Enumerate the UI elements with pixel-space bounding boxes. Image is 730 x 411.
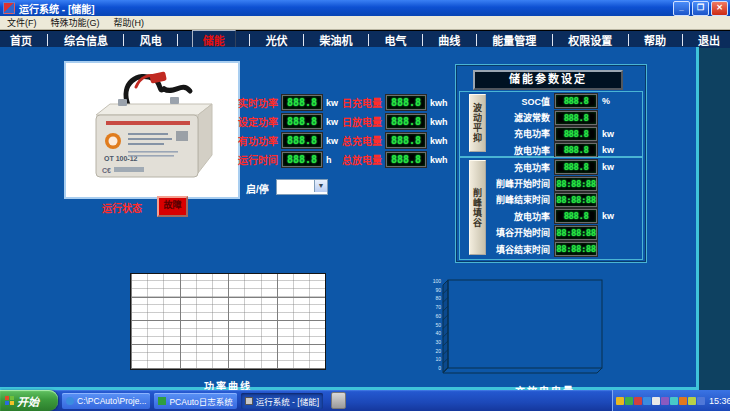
tray-icon[interactable] xyxy=(661,397,669,405)
led-display-peak-start-time: 88:88:88 xyxy=(555,177,597,191)
nav-help[interactable]: 帮助 xyxy=(642,32,668,48)
nav-separator xyxy=(476,34,477,46)
run-app-icon xyxy=(245,397,253,405)
screen: 运行系统 - [储能] _ ❐ ✕ 文件(F) 特殊功能(G) 帮助(H) 首页… xyxy=(0,0,730,411)
battery-image: OT 100-12 C€ xyxy=(64,61,240,199)
group-rows: 充电功率 888.8 kw 削峰开始时间 88:88:88 削峰结束时间 88:… xyxy=(488,159,622,257)
y-tick: 100 xyxy=(433,278,442,284)
main-content: OT 100-12 C€ 运行状态 故障 实时功率 888.8 kw 设定功率 … xyxy=(0,47,699,390)
nav-overview[interactable]: 综合信息 xyxy=(62,32,110,48)
tray-icon[interactable] xyxy=(688,397,696,405)
y-tick: 90 xyxy=(435,287,441,293)
group-side-label-fluctuation[interactable]: 波动平抑 xyxy=(469,94,486,152)
nav-separator xyxy=(249,34,250,46)
tray-icon[interactable] xyxy=(643,397,651,405)
settings-unit: kw xyxy=(602,129,622,139)
group-side-label-peak-shaving[interactable]: 削峰填谷 xyxy=(469,160,486,255)
nav-energy-management[interactable]: 能量管理 xyxy=(490,32,538,48)
task-label: C:\PCAuto\Proje... xyxy=(77,396,146,406)
nav-separator xyxy=(628,34,629,46)
title-bar: 运行系统 - [储能] _ ❐ ✕ xyxy=(0,0,730,16)
start-button[interactable]: 开始 xyxy=(0,390,58,411)
task-label: PCAuto日志系统 xyxy=(169,395,232,407)
metric-row: 设定功率 888.8 kw xyxy=(234,112,352,131)
metric-row: 日放电量 888.8 kwh xyxy=(338,112,456,131)
nav-wind[interactable]: 风电 xyxy=(138,32,164,48)
nav-electrical[interactable]: 电气 xyxy=(382,32,408,48)
metric-label: 总放电量 xyxy=(338,152,382,167)
metric-unit: kwh xyxy=(430,98,456,108)
led-display-peak-charge-power: 888.8 xyxy=(555,160,597,174)
log-app-icon xyxy=(158,397,166,405)
tray-icon[interactable] xyxy=(625,397,633,405)
minimize-button[interactable]: _ xyxy=(673,1,690,16)
system-tray: 15:36 xyxy=(612,390,730,411)
nav-separator xyxy=(47,34,48,46)
taskbar-task-explorer[interactable]: C:\PCAuto\Proje... xyxy=(62,393,150,409)
tray-icon[interactable] xyxy=(652,397,660,405)
led-display-valley-discharge-power: 888.8 xyxy=(555,209,597,223)
led-display-realtime-power: 888.8 xyxy=(282,95,322,110)
group-rows: SOC值 888.8 % 滤波常数 888.8 充电功率 888.8 kw xyxy=(488,93,622,159)
ie-icon xyxy=(66,397,74,405)
led-display-daily-charge: 888.8 xyxy=(386,95,426,110)
settings-row: 填谷开始时间 88:88:88 xyxy=(488,225,622,241)
chevron-down-icon[interactable]: ▼ xyxy=(314,180,327,192)
settings-label: 放电功率 xyxy=(488,210,550,223)
nav-diesel[interactable]: 柴油机 xyxy=(318,32,355,48)
tray-icon[interactable] xyxy=(697,397,705,405)
menu-special-functions[interactable]: 特殊功能(G) xyxy=(44,16,107,29)
metric-unit: kwh xyxy=(430,117,456,127)
led-display-active-power: 888.8 xyxy=(282,133,322,148)
settings-unit: % xyxy=(602,96,622,106)
nav-home[interactable]: 首页 xyxy=(8,32,34,48)
metric-row: 运行时间 888.8 h xyxy=(234,150,352,169)
metric-unit: kwh xyxy=(430,136,456,146)
led-display-valley-start-time: 88:88:88 xyxy=(555,226,597,240)
menu-help[interactable]: 帮助(H) xyxy=(107,16,152,29)
y-tick: 80 xyxy=(435,295,441,301)
metric-row: 日充电量 888.8 kwh xyxy=(338,93,456,112)
windows-logo-icon xyxy=(5,396,14,405)
settings-row: 充电功率 888.8 kw xyxy=(488,159,622,175)
y-tick: 20 xyxy=(435,348,441,354)
settings-row: 放电功率 888.8 kw xyxy=(488,208,622,224)
led-display-total-charge: 888.8 xyxy=(386,133,426,148)
show-desktop-icon[interactable] xyxy=(331,392,346,409)
app-icon xyxy=(3,2,15,14)
taskbar-task-run-system[interactable]: 运行系统 - [储能] xyxy=(241,393,323,409)
y-tick: 10 xyxy=(435,356,441,362)
close-button[interactable]: ✕ xyxy=(711,1,728,16)
nav-curves[interactable]: 曲线 xyxy=(436,32,462,48)
run-status-label: 运行状态 xyxy=(102,200,142,215)
tray-icon[interactable] xyxy=(670,397,678,405)
nav-separator xyxy=(303,34,304,46)
group-peak-shaving: 削峰填谷 充电功率 888.8 kw 削峰开始时间 88:88:88 削峰结束时… xyxy=(459,157,643,260)
y-tick: 0 xyxy=(438,365,441,371)
metric-label: 设定功率 xyxy=(234,114,278,129)
tray-icon[interactable] xyxy=(679,397,687,405)
settings-label: 充电功率 xyxy=(488,161,550,174)
tray-icon[interactable] xyxy=(616,397,624,405)
start-stop-select[interactable]: ▼ xyxy=(276,179,328,195)
nav-permissions[interactable]: 权限设置 xyxy=(566,32,614,48)
settings-row: SOC值 888.8 % xyxy=(488,93,622,109)
settings-row: 滤波常数 888.8 xyxy=(488,109,622,125)
y-tick: 70 xyxy=(435,304,441,310)
metric-label: 总充电量 xyxy=(338,133,382,148)
restore-button[interactable]: ❐ xyxy=(692,1,709,16)
settings-label: 削峰开始时间 xyxy=(488,177,550,190)
power-curve-chart xyxy=(130,273,326,370)
start-label: 开始 xyxy=(17,393,39,409)
menu-file[interactable]: 文件(F) xyxy=(0,16,44,29)
menu-bar: 文件(F) 特殊功能(G) 帮助(H) xyxy=(0,16,730,30)
nav-pv[interactable]: 光伏 xyxy=(264,32,290,48)
settings-unit: kw xyxy=(602,145,622,155)
tray-icon[interactable] xyxy=(634,397,642,405)
nav-separator xyxy=(422,34,423,46)
metric-unit: kwh xyxy=(430,155,456,165)
nav-exit[interactable]: 退出 xyxy=(696,32,722,48)
taskbar-task-log-system[interactable]: PCAuto日志系统 xyxy=(154,393,236,409)
led-display-set-power: 888.8 xyxy=(282,114,322,129)
settings-label: SOC值 xyxy=(488,95,550,108)
